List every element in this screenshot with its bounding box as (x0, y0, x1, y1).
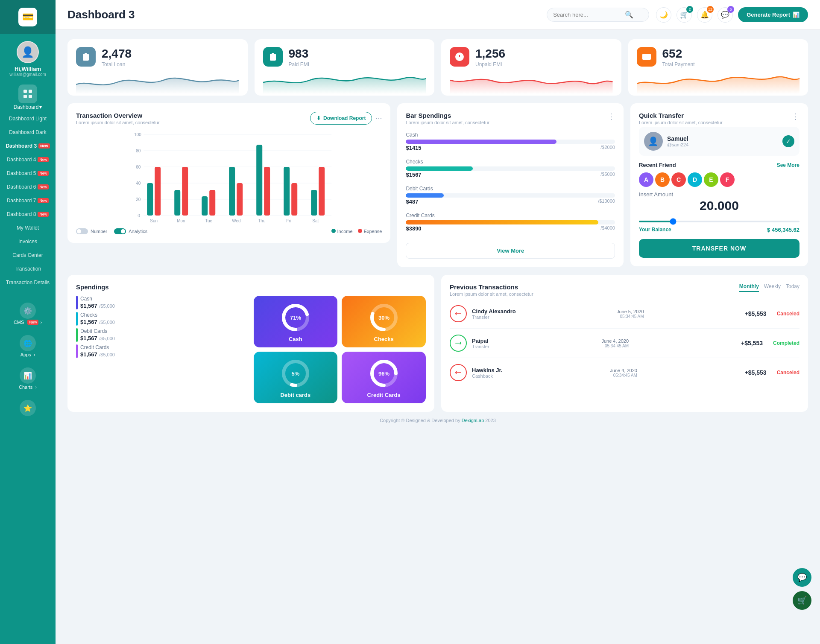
analytics-toggle[interactable] (114, 228, 126, 234)
balance-row: Your Balance $ 456,345.62 (639, 227, 800, 233)
float-support-btn[interactable]: 💬 (793, 568, 811, 587)
tab-weekly[interactable]: Weekly (764, 283, 781, 292)
sidebar-item-transaction-details[interactable]: Transaction Details (0, 276, 56, 289)
footer-brand-link[interactable]: DexignLab (462, 418, 484, 423)
donut-card-credit[interactable]: 96% Credit Cards (342, 352, 426, 403)
friend-avatar-e[interactable]: E (704, 172, 718, 187)
legend-analytics: Analytics (114, 228, 147, 234)
spending-item-debit: Debit Cards $1,567 /$5,000 (76, 328, 249, 342)
see-more-link[interactable]: See More (777, 162, 800, 168)
sidebar-item-dashboard-4[interactable]: Dashboard 4 New (0, 153, 56, 166)
spending-row-checks: Checks $1567 /$5000 (406, 159, 615, 178)
transaction-more-btn[interactable]: ··· (375, 114, 382, 123)
svg-text:Thu: Thu (258, 219, 265, 223)
bottom-row: Spendings Cash $1,567 /$5,000 (67, 275, 808, 412)
svg-text:30%: 30% (378, 315, 390, 321)
footer: Copyright © Designed & Developed by Dexi… (67, 412, 808, 429)
quick-transfer-subtitle: Lorem ipsum dolor sit amet, consectetur (639, 120, 723, 125)
generate-report-button[interactable]: Generate Report 📊 (738, 7, 808, 22)
moon-btn[interactable]: 🌙 (656, 7, 671, 23)
tx-tabs: Monthly Weekly Today (739, 283, 800, 292)
svg-text:80: 80 (136, 149, 141, 153)
friend-avatar-b[interactable]: B (655, 172, 670, 187)
dashboard-label[interactable]: Dashboard ▾ (14, 104, 42, 110)
bar-spendings-more-btn[interactable]: ⋮ (607, 112, 615, 121)
stat-icon-loan (76, 47, 96, 67)
transfer-now-button[interactable]: TRANSFER NOW (639, 239, 800, 258)
sidebar-item-cards-center[interactable]: Cards Center (0, 248, 56, 262)
chat-btn[interactable]: 💬 5 (718, 7, 733, 23)
friend-avatar-f[interactable]: F (720, 172, 735, 187)
prev-tx-subtitle: Lorem ipsum dolor sit amet, consectetur (450, 291, 533, 297)
svg-rect-0 (23, 90, 27, 93)
number-toggle[interactable] (76, 228, 88, 234)
friend-avatar-a[interactable]: A (639, 172, 653, 187)
tab-today[interactable]: Today (786, 283, 800, 292)
tab-monthly[interactable]: Monthly (739, 283, 759, 292)
spendings-title: Spendings (76, 283, 426, 291)
insert-amount: 20.000 (639, 198, 800, 213)
stat-value-loan: 2,478 (102, 47, 132, 61)
svg-rect-25 (147, 183, 153, 216)
stat-value-paid: 983 (289, 47, 310, 61)
sidebar-item-my-wallet[interactable]: My Wallet (0, 221, 56, 235)
bell-btn[interactable]: 🔔 12 (697, 7, 712, 23)
donut-card-debit[interactable]: 5% Debit cards (254, 352, 338, 403)
friend-avatar-d[interactable]: D (688, 172, 702, 187)
sidebar-item-charts[interactable]: 📊 Charts › (0, 363, 56, 394)
recent-friend-label: Recent Friend (639, 162, 676, 168)
cart-btn[interactable]: 🛒 2 (676, 7, 692, 23)
float-buttons: 💬 🛒 (793, 568, 811, 610)
dashboard-icon-btn[interactable] (18, 85, 37, 103)
sidebar-item-dashboard-3[interactable]: Dashboard 3 New (0, 139, 56, 153)
quick-transfer-more-btn[interactable]: ⋮ (792, 112, 800, 121)
sidebar-item-dashboard-6[interactable]: Dashboard 6 New (0, 180, 56, 194)
tx-icon-hawkins (450, 364, 467, 381)
sidebar-item-dashboard-7[interactable]: Dashboard 7 New (0, 194, 56, 207)
svg-text:Tue: Tue (205, 219, 212, 223)
bell-badge: 12 (707, 6, 714, 13)
spending-item-credit: Credit Cards $1,567 /$5,000 (76, 344, 249, 358)
friend-avatar-c[interactable]: C (671, 172, 686, 187)
recent-friend-row: Recent Friend See More (639, 162, 800, 168)
svg-rect-27 (174, 190, 180, 216)
tx-icon-paipal (450, 335, 467, 352)
sidebar-item-invoices[interactable]: Invoices (0, 235, 56, 248)
spending-row-cash: Cash $1415 /$2000 (406, 132, 615, 151)
stat-card-paid-emi: 983 Paid EMI (255, 39, 435, 96)
stat-card-total-loan: 2,478 Total Loan (67, 39, 248, 96)
sidebar-item-apps[interactable]: 🌐 Apps › (0, 331, 56, 361)
donut-card-cash[interactable]: 71% Cash (254, 296, 338, 347)
legend-number: Number (76, 228, 107, 234)
search-bar[interactable]: 🔍 (547, 8, 649, 22)
charts-icon: 📊 (20, 367, 36, 384)
sidebar-item-transaction[interactable]: Transaction (0, 262, 56, 276)
sidebar-item-favorites[interactable]: ⭐ (0, 396, 56, 421)
view-more-button[interactable]: View More (406, 243, 615, 259)
sidebar-item-cms[interactable]: ⚙️ CMS New › (0, 298, 56, 329)
sidebar-item-dashboard-8[interactable]: Dashboard 8 New (0, 207, 56, 221)
stat-icon-paid (263, 47, 283, 67)
download-report-button[interactable]: ⬇ Download Report (310, 112, 372, 125)
stat-label-paid: Paid EMI (289, 61, 310, 67)
svg-text:Fri: Fri (286, 219, 291, 223)
svg-rect-31 (229, 167, 235, 216)
sidebar-username: Hi,William (15, 66, 41, 72)
sidebar-item-dashboard-light[interactable]: Dashboard Light (0, 112, 56, 125)
sidebar-user: 👤 Hi,William william@gmail.com (6, 34, 50, 80)
qt-user-row: 👤 Samuel @sam224 ✓ (639, 127, 800, 156)
donut-card-checks[interactable]: 30% Checks (342, 296, 426, 347)
svg-text:5%: 5% (291, 370, 299, 377)
sidebar-item-dashboard-dark[interactable]: Dashboard Dark (0, 125, 56, 139)
svg-text:40: 40 (136, 181, 141, 186)
transaction-overview-title: Transaction Overview (76, 112, 160, 119)
sidebar-item-dashboard-5[interactable]: Dashboard 5 New (0, 166, 56, 180)
sidebar-email: william@gmail.com (9, 72, 46, 77)
logo-icon[interactable]: 💳 (18, 8, 37, 26)
svg-rect-1 (29, 90, 32, 93)
svg-text:20: 20 (136, 197, 141, 202)
float-cart-btn[interactable]: 🛒 (793, 591, 811, 610)
amount-slider[interactable] (639, 221, 800, 222)
search-input[interactable] (553, 12, 621, 18)
bar-chart-svg: 100 80 60 40 20 0 Sun (76, 130, 382, 224)
